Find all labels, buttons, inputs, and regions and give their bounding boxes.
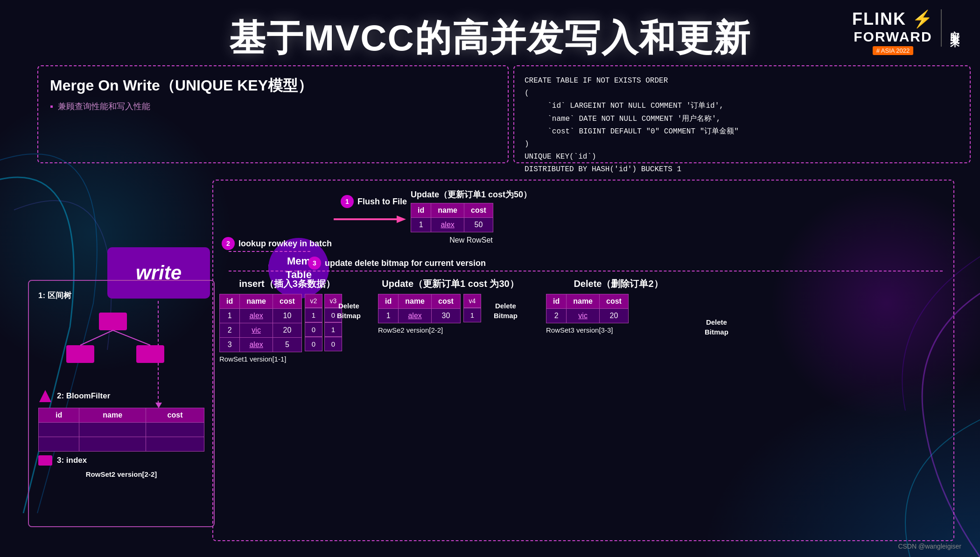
svg-rect-6 bbox=[136, 345, 164, 363]
update-top-cell-cost: 50 bbox=[464, 218, 493, 232]
bloomfilter-area: 2: BloomFilter bbox=[38, 389, 204, 403]
bottom-left-box: 1: 区间树 2: BloomFilter id name cost bbox=[28, 280, 215, 527]
insert-row3-id: 3 bbox=[220, 338, 240, 352]
step3-label: 3 update delete bitmap for current versi… bbox=[308, 257, 486, 270]
update-table: id name cost 1 alex 30 bbox=[378, 294, 461, 323]
dashed-step2 bbox=[229, 251, 310, 252]
sql-code-box: CREATE TABLE IF NOT EXISTS ORDER ( `id` … bbox=[513, 65, 971, 163]
small-header-name: name bbox=[79, 408, 146, 423]
sql-line7: UNIQUE KEY(`id`) bbox=[525, 151, 959, 163]
svg-rect-5 bbox=[66, 345, 94, 363]
small-row1-name bbox=[79, 423, 146, 437]
sql-line6: ) bbox=[525, 138, 959, 151]
delete-rowset-label: RowSet3 version[3-3] bbox=[546, 326, 691, 334]
update-row1-cost: 30 bbox=[432, 309, 461, 323]
insert-row3-cost: 5 bbox=[273, 338, 302, 352]
delete-header-id: id bbox=[546, 294, 567, 309]
insert-row2-id: 2 bbox=[220, 323, 240, 338]
update-header-id: id bbox=[378, 294, 399, 309]
index-label: 3: index bbox=[57, 456, 87, 465]
update-top-cell-id: 1 bbox=[411, 218, 431, 232]
v2-column: v2 1 0 0 bbox=[305, 294, 322, 351]
index-area: 3: index bbox=[38, 455, 204, 466]
update-top-subtitle: New RowSet bbox=[411, 236, 532, 244]
sql-line3: `id` LARGEINT NOT NULL COMMENT '订单id', bbox=[525, 100, 959, 112]
small-row2-cost bbox=[146, 437, 204, 452]
small-table-area: id name cost bbox=[38, 408, 204, 452]
delete-table-area: id name cost 2 vic 20 bbox=[546, 294, 691, 323]
small-header-id: id bbox=[39, 408, 79, 423]
delete-row1-name: vic bbox=[567, 309, 600, 323]
insert-row1-cost: 10 bbox=[273, 309, 302, 323]
delete-header-name: name bbox=[567, 294, 600, 309]
logo-area: FLINK ⚡ FORWARD # ASIA 2022 实时未来 bbox=[852, 9, 961, 55]
insert-table-area: id name cost 1 alex 10 2 vic 20 3 bbox=[219, 294, 355, 352]
update-row1-name: alex bbox=[399, 309, 432, 323]
update-top-table: id name cost 1 alex 50 bbox=[411, 203, 493, 232]
step3-dashed-line bbox=[229, 271, 943, 272]
merge-on-write-box: Merge On Write（UNIQUE KEY模型） 兼顾查询性能和写入性能 bbox=[37, 65, 509, 163]
delete-row1-id: 2 bbox=[546, 309, 567, 323]
update-rowset-label: RowSe2 version[2-2] bbox=[378, 326, 523, 334]
small-header-cost: cost bbox=[146, 408, 204, 423]
insert-title: insert（插入3条数据） bbox=[219, 278, 355, 290]
delete-row1-cost: 20 bbox=[600, 309, 629, 323]
delete-header-cost: cost bbox=[600, 294, 629, 309]
update-header-cost: cost bbox=[432, 294, 461, 309]
delete-table: id name cost 2 vic 20 bbox=[546, 294, 629, 323]
v4-column: v4 1 bbox=[463, 294, 481, 322]
step2-circle: 2 bbox=[222, 237, 235, 250]
small-row1-cost bbox=[146, 423, 204, 437]
svg-line-7 bbox=[80, 330, 113, 345]
delete-section: Delete（删除订单2） id name cost 2 vic 20 RowS… bbox=[546, 278, 691, 334]
svg-line-8 bbox=[113, 330, 150, 345]
merge-title: Merge On Write（UNIQUE KEY模型） bbox=[50, 76, 496, 96]
update-top-section: Update（更新订单1 cost为50） id name cost 1 ale… bbox=[411, 189, 532, 244]
step2-label: 2 lookup rowkey in batch bbox=[222, 237, 332, 250]
update-top-header-id: id bbox=[411, 203, 431, 218]
logo-shishi: 实时未来 bbox=[941, 9, 961, 47]
logo-forward: FORWARD bbox=[852, 29, 934, 45]
step1-circle: 1 bbox=[341, 195, 354, 208]
insert-rowset-label: RowSet1 version[1-1] bbox=[219, 355, 355, 363]
insert-table: id name cost 1 alex 10 2 vic 20 3 bbox=[219, 294, 302, 352]
small-row1-id bbox=[39, 423, 79, 437]
sql-line5: `cost` BIGINT DEFAULT "0" COMMENT "订单金额" bbox=[525, 125, 959, 138]
logo-flink: FLINK ⚡ bbox=[852, 9, 934, 29]
small-table: id name cost bbox=[38, 408, 204, 452]
page-title: 基于MVCC的高并发写入和更新 bbox=[0, 14, 980, 63]
step3-text: update delete bitmap for current version bbox=[325, 258, 486, 268]
insert-header-name: name bbox=[240, 294, 273, 309]
bloomfilter-label: 2: BloomFilter bbox=[57, 391, 110, 401]
update-top-title: Update（更新订单1 cost为50） bbox=[411, 189, 532, 200]
bloomfilter-icon bbox=[38, 389, 52, 403]
step2-text: lookup rowkey in batch bbox=[238, 239, 332, 249]
update-delete-bitmap: DeleteBitmap bbox=[494, 301, 518, 320]
step1-label: 1 Flush to File bbox=[341, 195, 407, 208]
update-top-cell-name: alex bbox=[431, 218, 464, 232]
insert-row2-cost: 20 bbox=[273, 323, 302, 338]
sql-line1: CREATE TABLE IF NOT EXISTS ORDER bbox=[525, 75, 959, 87]
tree-svg bbox=[38, 308, 197, 387]
bottom-left-subtitle: RowSet2 version[2-2] bbox=[38, 470, 204, 478]
update-top-header-name: name bbox=[431, 203, 464, 218]
insert-row1-id: 1 bbox=[220, 309, 240, 323]
delete-bitmap-standalone: DeleteBitmap bbox=[705, 317, 728, 337]
delete-title: Delete（删除订单2） bbox=[546, 278, 691, 290]
insert-header-cost: cost bbox=[273, 294, 302, 309]
svg-rect-4 bbox=[99, 313, 127, 330]
svg-marker-9 bbox=[39, 390, 51, 402]
update-row1-id: 1 bbox=[378, 309, 399, 323]
tree-label: 1: 区间树 bbox=[38, 290, 204, 301]
insert-row1-name: alex bbox=[240, 309, 273, 323]
merge-subtitle: 兼顾查询性能和写入性能 bbox=[50, 101, 496, 112]
insert-section: insert（插入3条数据） id name cost 1 alex 10 2 bbox=[219, 278, 355, 363]
update-top-header-cost: cost bbox=[464, 203, 493, 218]
step3-circle: 3 bbox=[308, 257, 321, 270]
insert-row2-name: vic bbox=[240, 323, 273, 338]
sql-line4: `name` DATE NOT NULL COMMENT '用户名称', bbox=[525, 113, 959, 125]
index-icon bbox=[38, 455, 52, 466]
insert-row3-name: alex bbox=[240, 338, 273, 352]
update-section: Update（更新订单1 cost 为30） id name cost 1 al… bbox=[378, 278, 523, 334]
update-title: Update（更新订单1 cost 为30） bbox=[378, 278, 523, 290]
